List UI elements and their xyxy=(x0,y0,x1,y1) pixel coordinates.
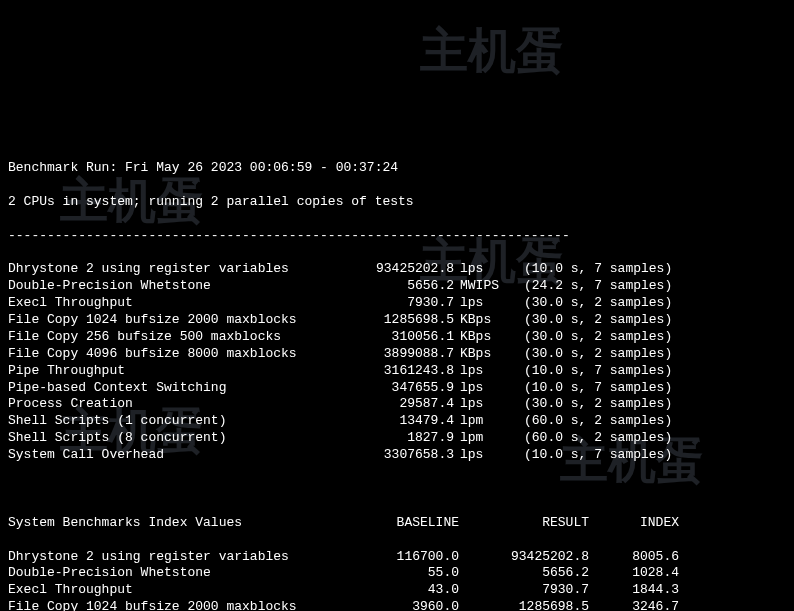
test-unit: lpm xyxy=(454,413,504,430)
test-value: 1827.9 xyxy=(354,430,454,447)
index-result: 5656.2 xyxy=(459,565,589,582)
test-unit: KBps xyxy=(454,329,504,346)
test-row: System Call Overhead3307658.3lps(10.0 s,… xyxy=(8,447,786,464)
index-row: Double-Precision Whetstone55.05656.21028… xyxy=(8,565,786,582)
index-name: Execl Throughput xyxy=(8,582,354,599)
test-name: File Copy 256 bufsize 500 maxblocks xyxy=(8,329,354,346)
test-unit: KBps xyxy=(454,312,504,329)
test-unit: lps xyxy=(454,295,504,312)
cpu-info-line: 2 CPUs in system; running 2 parallel cop… xyxy=(8,194,786,211)
test-row: File Copy 1024 bufsize 2000 maxblocks128… xyxy=(8,312,786,329)
test-row: Pipe Throughput3161243.8lps(10.0 s, 7 sa… xyxy=(8,363,786,380)
separator-line: ----------------------------------------… xyxy=(8,228,786,245)
index-result: 1285698.5 xyxy=(459,599,589,611)
index-value: 8005.6 xyxy=(589,549,679,566)
index-row: Dhrystone 2 using register variables1167… xyxy=(8,549,786,566)
test-unit: lps xyxy=(454,261,504,278)
index-result: 7930.7 xyxy=(459,582,589,599)
index-name: Double-Precision Whetstone xyxy=(8,565,354,582)
test-value: 347655.9 xyxy=(354,380,454,397)
test-value: 3307658.3 xyxy=(354,447,454,464)
test-timing: (30.0 s, 2 samples) xyxy=(504,295,786,312)
test-row: Execl Throughput7930.7lps(30.0 s, 2 samp… xyxy=(8,295,786,312)
test-timing: (60.0 s, 2 samples) xyxy=(504,430,786,447)
test-timing: (60.0 s, 2 samples) xyxy=(504,413,786,430)
test-row: Shell Scripts (1 concurrent)13479.4lpm(6… xyxy=(8,413,786,430)
test-name: File Copy 4096 bufsize 8000 maxblocks xyxy=(8,346,354,363)
terminal-output: Benchmark Run: Fri May 26 2023 00:06:59 … xyxy=(8,143,786,611)
benchmark-run-line: Benchmark Run: Fri May 26 2023 00:06:59 … xyxy=(8,160,786,177)
index-row: File Copy 1024 bufsize 2000 maxblocks396… xyxy=(8,599,786,611)
test-unit: lps xyxy=(454,396,504,413)
index-header-row: System Benchmarks Index ValuesBASELINERE… xyxy=(8,515,786,532)
test-value: 5656.2 xyxy=(354,278,454,295)
test-row: Double-Precision Whetstone5656.2MWIPS(24… xyxy=(8,278,786,295)
test-value: 1285698.5 xyxy=(354,312,454,329)
test-name: Pipe-based Context Switching xyxy=(8,380,354,397)
test-timing: (30.0 s, 2 samples) xyxy=(504,396,786,413)
test-timing: (30.0 s, 2 samples) xyxy=(504,329,786,346)
test-value: 3161243.8 xyxy=(354,363,454,380)
test-unit: lps xyxy=(454,447,504,464)
test-value: 3899088.7 xyxy=(354,346,454,363)
test-name: Execl Throughput xyxy=(8,295,354,312)
test-unit: lpm xyxy=(454,430,504,447)
index-value: 1844.3 xyxy=(589,582,679,599)
test-row: Pipe-based Context Switching347655.9lps(… xyxy=(8,380,786,397)
test-value: 29587.4 xyxy=(354,396,454,413)
test-timing: (10.0 s, 7 samples) xyxy=(504,447,786,464)
test-unit: MWIPS xyxy=(454,278,504,295)
test-value: 93425202.8 xyxy=(354,261,454,278)
index-baseline: 116700.0 xyxy=(354,549,459,566)
test-timing: (30.0 s, 2 samples) xyxy=(504,346,786,363)
test-row: File Copy 4096 bufsize 8000 maxblocks389… xyxy=(8,346,786,363)
index-value: 1028.4 xyxy=(589,565,679,582)
test-timing: (10.0 s, 7 samples) xyxy=(504,363,786,380)
index-header-label: System Benchmarks Index Values xyxy=(8,515,354,532)
test-name: Process Creation xyxy=(8,396,354,413)
test-name: Pipe Throughput xyxy=(8,363,354,380)
test-name: System Call Overhead xyxy=(8,447,354,464)
index-header-baseline: BASELINE xyxy=(354,515,459,532)
test-name: Double-Precision Whetstone xyxy=(8,278,354,295)
test-value: 310056.1 xyxy=(354,329,454,346)
test-row: Dhrystone 2 using register variables9342… xyxy=(8,261,786,278)
test-unit: lps xyxy=(454,363,504,380)
test-unit: KBps xyxy=(454,346,504,363)
test-timing: (10.0 s, 7 samples) xyxy=(504,261,786,278)
test-timing: (10.0 s, 7 samples) xyxy=(504,380,786,397)
test-value: 13479.4 xyxy=(354,413,454,430)
index-header-result: RESULT xyxy=(459,515,589,532)
index-value: 3246.7 xyxy=(589,599,679,611)
index-result: 93425202.8 xyxy=(459,549,589,566)
test-unit: lps xyxy=(454,380,504,397)
index-name: File Copy 1024 bufsize 2000 maxblocks xyxy=(8,599,354,611)
test-name: Dhrystone 2 using register variables xyxy=(8,261,354,278)
test-name: Shell Scripts (1 concurrent) xyxy=(8,413,354,430)
test-timing: (30.0 s, 2 samples) xyxy=(504,312,786,329)
index-header-index: INDEX xyxy=(589,515,679,532)
test-name: File Copy 1024 bufsize 2000 maxblocks xyxy=(8,312,354,329)
index-name: Dhrystone 2 using register variables xyxy=(8,549,354,566)
test-name: Shell Scripts (8 concurrent) xyxy=(8,430,354,447)
test-value: 7930.7 xyxy=(354,295,454,312)
index-baseline: 3960.0 xyxy=(354,599,459,611)
index-row: Execl Throughput43.07930.71844.3 xyxy=(8,582,786,599)
index-baseline: 55.0 xyxy=(354,565,459,582)
test-row: Process Creation29587.4lps(30.0 s, 2 sam… xyxy=(8,396,786,413)
test-row: Shell Scripts (8 concurrent)1827.9lpm(60… xyxy=(8,430,786,447)
index-baseline: 43.0 xyxy=(354,582,459,599)
test-timing: (24.2 s, 7 samples) xyxy=(504,278,786,295)
test-row: File Copy 256 bufsize 500 maxblocks31005… xyxy=(8,329,786,346)
